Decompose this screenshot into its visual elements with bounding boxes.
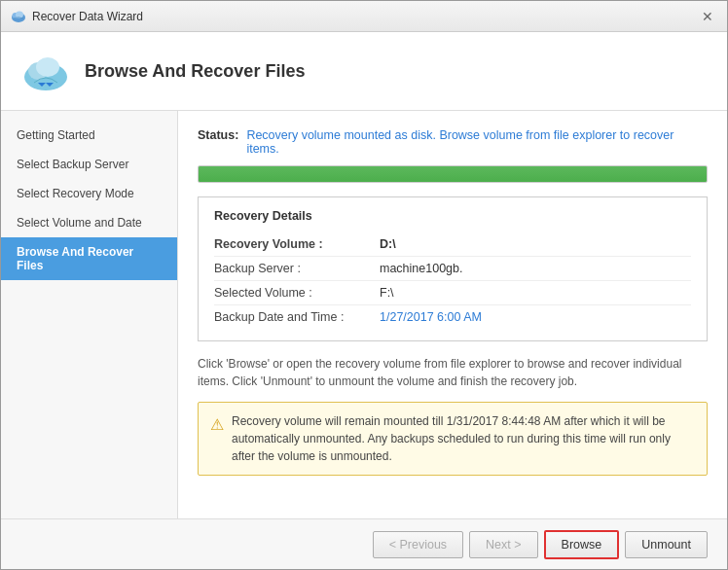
status-bar: Status: Recovery volume mounted as disk.… [198, 128, 708, 156]
detail-row-volume: Recovery Volume : D:\ [214, 232, 691, 257]
detail-label-date-time: Backup Date and Time : [214, 310, 380, 324]
wizard-window: Recover Data Wizard ✕ Browse And Recover… [0, 0, 728, 570]
title-bar: Recover Data Wizard ✕ [1, 1, 727, 32]
detail-label-server: Backup Server : [214, 262, 380, 275]
sidebar: Getting Started Select Backup Server Sel… [1, 111, 178, 518]
sidebar-item-volume-date[interactable]: Select Volume and Date [1, 208, 177, 237]
status-label: Status: [198, 128, 238, 142]
detail-value-selected-volume: F:\ [380, 286, 394, 300]
browse-button[interactable]: Browse [544, 530, 620, 559]
recovery-details-title: Recovery Details [214, 209, 691, 223]
warning-icon: ⚠ [210, 413, 224, 437]
wizard-header: Browse And Recover Files [1, 32, 727, 111]
detail-value-volume: D:\ [380, 237, 396, 251]
detail-value-server: machine100gb. [380, 262, 462, 275]
detail-row-date-time: Backup Date and Time : 1/27/2017 6:00 AM [214, 305, 691, 329]
warning-box: ⚠ Recovery volume will remain mounted ti… [198, 402, 708, 476]
app-icon [11, 9, 26, 24]
window-title: Recover Data Wizard [32, 10, 143, 23]
previous-button[interactable]: < Previous [373, 531, 463, 558]
detail-value-date-time: 1/27/2017 6:00 AM [380, 310, 482, 324]
progress-bar-fill [199, 166, 707, 182]
page-title: Browse And Recover Files [85, 61, 305, 82]
cloud-sync-icon [20, 46, 71, 96]
wizard-body: Getting Started Select Backup Server Sel… [1, 111, 727, 518]
sidebar-item-recovery-mode[interactable]: Select Recovery Mode [1, 179, 177, 208]
warning-text: Recovery volume will remain mounted till… [232, 412, 695, 465]
main-content: Status: Recovery volume mounted as disk.… [178, 111, 727, 518]
progress-bar-wrapper [198, 165, 708, 183]
detail-row-selected-volume: Selected Volume : F:\ [214, 281, 691, 305]
sidebar-item-browse-recover[interactable]: Browse And Recover Files [1, 237, 177, 280]
status-text: Recovery volume mounted as disk. Browse … [246, 128, 708, 156]
title-bar-left: Recover Data Wizard [11, 9, 143, 24]
detail-row-server: Backup Server : machine100gb. [214, 257, 691, 281]
unmount-button[interactable]: Unmount [625, 531, 708, 558]
sidebar-item-getting-started[interactable]: Getting Started [1, 121, 177, 150]
wizard-footer: < Previous Next > Browse Unmount [1, 518, 727, 569]
recovery-details-box: Recovery Details Recovery Volume : D:\ B… [198, 196, 708, 341]
info-text: Click 'Browse' or open the recovery volu… [198, 355, 708, 390]
sidebar-item-backup-server[interactable]: Select Backup Server [1, 150, 177, 179]
detail-label-selected-volume: Selected Volume : [214, 286, 380, 300]
close-button[interactable]: ✕ [698, 7, 717, 26]
next-button[interactable]: Next > [469, 531, 537, 558]
detail-label-volume: Recovery Volume : [214, 237, 380, 251]
header-icon [20, 46, 71, 96]
svg-point-5 [36, 57, 59, 77]
